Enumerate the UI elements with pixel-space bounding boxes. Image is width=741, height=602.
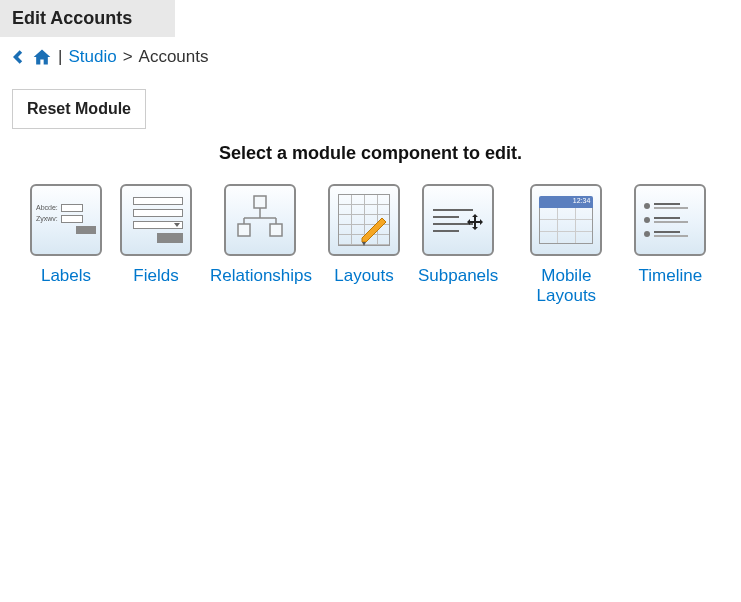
- svg-rect-6: [270, 224, 282, 236]
- tile-timeline[interactable]: Timeline: [634, 184, 706, 306]
- reset-module-button[interactable]: Reset Module: [12, 89, 146, 129]
- breadcrumb-current: Accounts: [139, 47, 209, 67]
- content-area: Reset Module Select a module component t…: [0, 71, 741, 324]
- tile-label: Layouts: [334, 266, 394, 286]
- tile-label: Mobile Layouts: [516, 266, 616, 306]
- svg-marker-8: [362, 242, 366, 246]
- tile-label: Relationships: [210, 266, 310, 286]
- labels-icon-text1: Abcde:: [36, 204, 58, 211]
- relationships-icon: [224, 184, 296, 256]
- svg-marker-7: [362, 218, 386, 242]
- timeline-icon: [634, 184, 706, 256]
- svg-rect-5: [238, 224, 250, 236]
- subpanels-icon: [422, 184, 494, 256]
- breadcrumb-gt: >: [123, 47, 133, 67]
- tile-grid: Abcde: Zyxwv: Labels Fields: [12, 184, 729, 306]
- tile-label: Fields: [133, 266, 178, 286]
- home-icon[interactable]: [32, 47, 52, 67]
- layouts-icon: [328, 184, 400, 256]
- tile-label: Labels: [41, 266, 91, 286]
- tile-fields[interactable]: Fields: [120, 184, 192, 306]
- svg-rect-0: [254, 196, 266, 208]
- fields-icon: [120, 184, 192, 256]
- tile-label: Timeline: [639, 266, 703, 286]
- tile-mobile-layouts[interactable]: Mobile Layouts: [516, 184, 616, 306]
- tile-label: Subpanels: [418, 266, 498, 286]
- mobile-layouts-icon: [530, 184, 602, 256]
- breadcrumb-separator: |: [58, 47, 62, 67]
- breadcrumb-studio-link[interactable]: Studio: [68, 47, 116, 67]
- page-title: Edit Accounts: [0, 0, 175, 37]
- tile-layouts[interactable]: Layouts: [328, 184, 400, 306]
- labels-icon: Abcde: Zyxwv:: [30, 184, 102, 256]
- tile-relationships[interactable]: Relationships: [210, 184, 310, 306]
- tile-labels[interactable]: Abcde: Zyxwv: Labels: [30, 184, 102, 306]
- labels-icon-text2: Zyxwv:: [36, 215, 58, 222]
- breadcrumb: | Studio > Accounts: [0, 37, 741, 71]
- section-prompt: Select a module component to edit.: [12, 143, 729, 164]
- tile-subpanels[interactable]: Subpanels: [418, 184, 498, 306]
- back-icon[interactable]: [8, 47, 28, 67]
